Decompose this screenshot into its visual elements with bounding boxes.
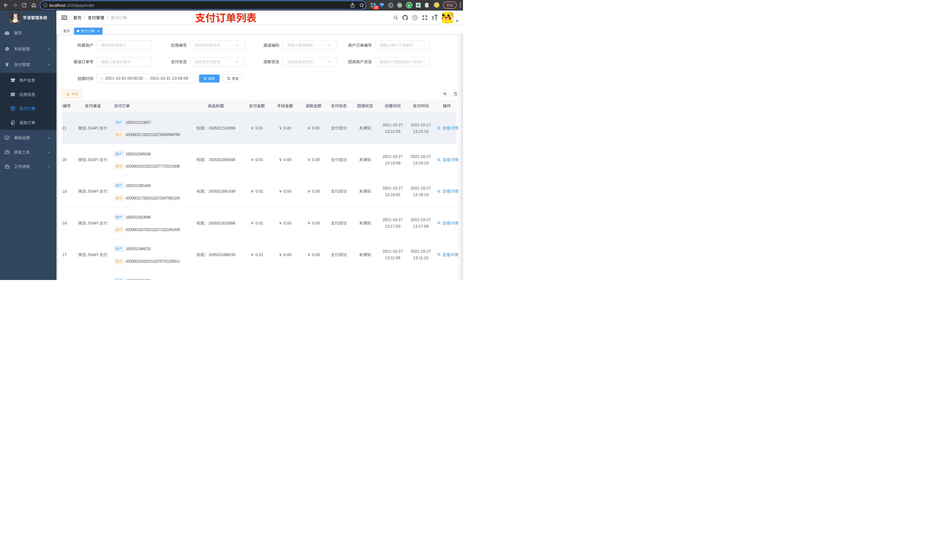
svg-text:y: y bbox=[408, 3, 410, 7]
svg-text:?: ? bbox=[414, 16, 416, 20]
